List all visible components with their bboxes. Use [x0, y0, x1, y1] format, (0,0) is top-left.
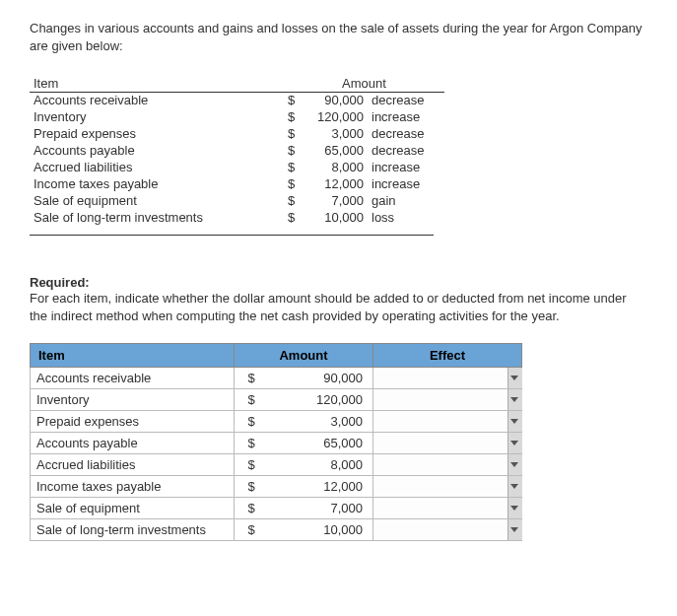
given-row: Sale of equipment$7,000gain — [30, 193, 444, 210]
dollar-sign: $ — [235, 388, 269, 410]
answer-value: 10,000 — [268, 518, 373, 540]
effect-select[interactable] — [373, 368, 521, 388]
dollar-sign: $ — [284, 143, 305, 160]
given-direction: decrease — [368, 143, 444, 160]
given-direction: increase — [368, 176, 444, 193]
given-item: Sale of equipment — [30, 193, 284, 210]
given-header-amount: Amount — [284, 75, 444, 93]
effect-select[interactable] — [373, 476, 521, 497]
given-value: 12,000 — [305, 176, 368, 193]
dollar-sign: $ — [284, 109, 305, 126]
required-text: For each item, indicate whether the doll… — [30, 290, 647, 325]
given-row: Accounts payable$65,000decrease — [30, 143, 444, 160]
dollar-sign: $ — [235, 432, 269, 453]
effect-select[interactable] — [373, 519, 521, 540]
effect-select[interactable] — [373, 433, 521, 453]
given-value: 120,000 — [305, 109, 368, 126]
given-header-item: Item — [30, 75, 284, 93]
answer-header-amount: Amount — [235, 343, 373, 367]
dollar-sign: $ — [235, 410, 269, 432]
given-direction: decrease — [368, 126, 444, 143]
given-value: 10,000 — [305, 210, 368, 227]
given-item: Sale of long-term investments — [30, 210, 284, 227]
dollar-sign: $ — [284, 193, 305, 210]
answer-value: 65,000 — [268, 432, 373, 453]
answer-value: 12,000 — [268, 475, 373, 497]
given-direction: decrease — [368, 93, 444, 109]
answer-value: 8,000 — [268, 453, 373, 475]
answer-table: Item Amount Effect Accounts receivable$9… — [30, 343, 522, 541]
effect-select[interactable] — [373, 498, 521, 518]
answer-value: 120,000 — [268, 388, 373, 410]
given-row: Income taxes payable$12,000increase — [30, 176, 444, 193]
answer-value: 7,000 — [268, 497, 373, 518]
answer-item: Accrued liabilities — [31, 453, 235, 475]
dollar-sign: $ — [284, 210, 305, 227]
given-item: Accounts payable — [30, 143, 284, 160]
given-row: Sale of long-term investments$10,000loss — [30, 210, 444, 227]
answer-row: Sale of equipment$7,000 — [31, 497, 522, 518]
required-heading: Required: — [30, 275, 647, 290]
given-item: Income taxes payable — [30, 176, 284, 193]
answer-row: Income taxes payable$12,000 — [31, 475, 522, 497]
answer-row: Sale of long-term investments$10,000 — [31, 518, 522, 540]
given-value: 7,000 — [305, 193, 368, 210]
dollar-sign: $ — [235, 367, 269, 388]
given-value: 8,000 — [305, 160, 368, 176]
given-value: 3,000 — [305, 126, 368, 143]
dollar-sign: $ — [235, 475, 269, 497]
effect-select[interactable] — [373, 411, 521, 432]
given-direction: increase — [368, 160, 444, 176]
given-item: Prepaid expenses — [30, 126, 284, 143]
answer-item: Income taxes payable — [31, 475, 235, 497]
given-direction: gain — [368, 193, 444, 210]
given-item: Inventory — [30, 109, 284, 126]
answer-row: Accounts payable$65,000 — [31, 432, 522, 453]
answer-value: 3,000 — [268, 410, 373, 432]
answer-item: Accounts payable — [31, 432, 235, 453]
given-table-rule — [30, 235, 434, 236]
given-row: Accounts receivable$90,000decrease — [30, 93, 444, 109]
answer-item: Accounts receivable — [31, 367, 235, 388]
effect-select[interactable] — [373, 389, 521, 410]
dollar-sign: $ — [284, 160, 305, 176]
dollar-sign: $ — [284, 93, 305, 109]
answer-item: Prepaid expenses — [31, 410, 235, 432]
answer-item: Sale of long-term investments — [31, 518, 235, 540]
given-row: Prepaid expenses$3,000decrease — [30, 126, 444, 143]
dollar-sign: $ — [284, 126, 305, 143]
intro-text: Changes in various accounts and gains an… — [30, 20, 647, 55]
given-direction: increase — [368, 109, 444, 126]
given-row: Inventory$120,000increase — [30, 109, 444, 126]
answer-row: Prepaid expenses$3,000 — [31, 410, 522, 432]
dollar-sign: $ — [235, 518, 269, 540]
given-table: Item Amount Accounts receivable$90,000de… — [30, 75, 444, 226]
answer-value: 90,000 — [268, 367, 373, 388]
given-value: 65,000 — [305, 143, 368, 160]
given-item: Accounts receivable — [30, 93, 284, 109]
answer-header-effect: Effect — [373, 343, 522, 367]
dollar-sign: $ — [235, 453, 269, 475]
given-direction: loss — [368, 210, 444, 227]
dollar-sign: $ — [284, 176, 305, 193]
given-row: Accrued liabilities$8,000increase — [30, 160, 444, 176]
given-item: Accrued liabilities — [30, 160, 284, 176]
answer-item: Sale of equipment — [31, 497, 235, 518]
effect-select[interactable] — [373, 454, 521, 475]
answer-row: Inventory$120,000 — [31, 388, 522, 410]
answer-item: Inventory — [31, 388, 235, 410]
answer-row: Accounts receivable$90,000 — [31, 367, 522, 388]
dollar-sign: $ — [235, 497, 269, 518]
answer-header-item: Item — [31, 343, 235, 367]
given-value: 90,000 — [305, 93, 368, 109]
answer-row: Accrued liabilities$8,000 — [31, 453, 522, 475]
